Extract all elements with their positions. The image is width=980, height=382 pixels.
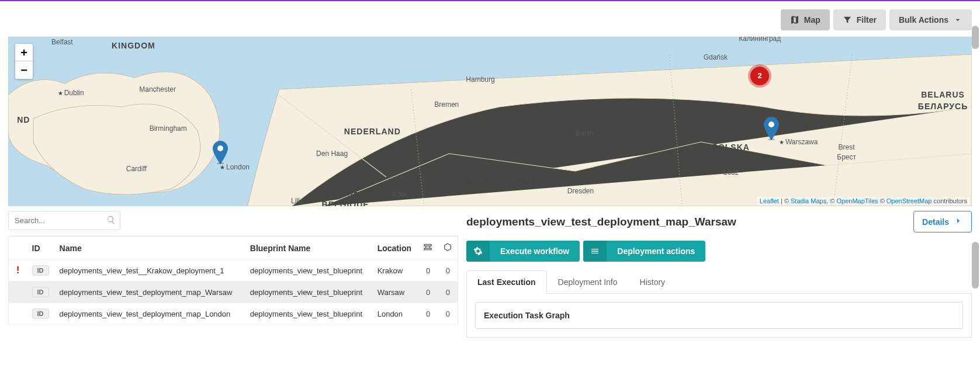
deployment-actions-button[interactable]: Deployment actions xyxy=(583,241,705,262)
map-place-label: БЕЛАРУСЬ xyxy=(918,102,968,111)
alert-icon: ! xyxy=(16,265,19,275)
execute-workflow-button[interactable]: Execute workflow xyxy=(466,241,580,262)
openmaptiles-link[interactable]: OpenMapTiles xyxy=(836,197,878,204)
map-place-label: BELGIË · xyxy=(325,188,365,197)
page-scrollbar[interactable] xyxy=(972,26,979,335)
map-place-label: BELARUS xyxy=(921,90,965,99)
stadia-link[interactable]: Stadia Maps xyxy=(791,197,826,204)
details-button[interactable]: Details xyxy=(913,211,972,232)
deployment-actions-label: Deployment actions xyxy=(607,241,705,262)
map-place-label: Warszawa xyxy=(779,138,818,146)
map-attribution: Leaflet | © Stadia Maps, © OpenMapTiles … xyxy=(757,197,969,205)
zoom-out-button[interactable]: − xyxy=(15,61,33,79)
deployment-map[interactable]: + − BelfastKINGDOMDublinManchesterBirmin… xyxy=(8,37,972,206)
id-badge[interactable]: ID xyxy=(32,265,49,276)
col-name[interactable]: Name xyxy=(55,237,245,260)
col-blueprint[interactable]: Blueprint Name xyxy=(245,237,373,260)
map-cluster-badge[interactable]: 2 xyxy=(750,67,769,85)
map-place-label: NEDERLAND xyxy=(344,127,401,136)
row-status xyxy=(9,303,27,325)
svg-point-2 xyxy=(217,162,224,164)
tab-last-execution[interactable]: Last Execution xyxy=(466,270,547,294)
col-status[interactable] xyxy=(9,237,27,260)
col-location[interactable]: Location xyxy=(373,237,418,260)
osm-link[interactable]: OpenStreetMap xyxy=(886,197,932,204)
svg-point-1 xyxy=(217,145,223,151)
row-services-count: 0 xyxy=(438,282,458,303)
table-row[interactable]: IDdeployments_view_test_deployment_map_W… xyxy=(9,282,458,303)
map-place-label: London xyxy=(220,163,250,171)
search-input[interactable] xyxy=(8,211,120,230)
map-place-label: Den Haag xyxy=(316,150,348,158)
map-toggle-label: Map xyxy=(804,15,820,25)
row-blueprint: deployments_view_test_blueprint xyxy=(245,282,373,303)
map-place-label: Łódź xyxy=(723,168,739,176)
row-id: ID xyxy=(27,282,55,303)
map-place-label: Cardiff xyxy=(126,165,147,173)
map-toggle-button[interactable]: Map xyxy=(781,9,830,30)
details-button-label: Details xyxy=(922,217,949,227)
filter-icon xyxy=(843,15,852,25)
search-icon xyxy=(106,215,116,226)
id-badge[interactable]: ID xyxy=(32,308,49,319)
row-location: London xyxy=(373,303,418,325)
map-place-label: ND xyxy=(17,115,30,124)
map-place-label: Hamburg xyxy=(466,75,494,84)
map-place-label: DEUTSCHLAND xyxy=(465,176,534,186)
chevron-right-icon xyxy=(954,216,963,227)
search-wrap xyxy=(8,211,120,230)
map-marker-icon[interactable] xyxy=(764,117,779,140)
map-place-label: Birmingham xyxy=(150,124,187,133)
row-subenv-count: 0 xyxy=(418,303,438,325)
task-graph-title: Execution Task Graph xyxy=(484,311,954,320)
deployment-title: deployments_view_test_deployment_map_War… xyxy=(466,216,736,228)
task-graph-panel: Execution Task Graph xyxy=(475,302,963,329)
map-marker-icon[interactable] xyxy=(213,141,228,164)
map-place-label: Köln xyxy=(392,190,406,199)
zoom-control: + − xyxy=(15,44,33,79)
tab-history[interactable]: History xyxy=(629,270,677,294)
tab-deployment-info[interactable]: Deployment Info xyxy=(547,270,629,294)
row-blueprint: deployments_view_test_blueprint xyxy=(245,260,373,282)
leaflet-link[interactable]: Leaflet xyxy=(760,197,779,204)
col-subenv-icon[interactable] xyxy=(418,237,438,260)
map-place-label: Gdańsk xyxy=(704,53,728,61)
detail-tabs: Last Execution Deployment Info History xyxy=(466,270,972,294)
bulk-actions-label: Bulk Actions xyxy=(899,15,948,25)
row-id: ID xyxy=(27,303,55,325)
map-place-label: BELGIQUE xyxy=(322,200,369,206)
bulk-actions-button[interactable]: Bulk Actions xyxy=(889,9,972,30)
row-status: ! xyxy=(9,260,27,282)
col-services-icon[interactable] xyxy=(438,237,458,260)
map-place-label: Брест xyxy=(837,153,856,161)
row-name: deployments_view_test_deployment_map_Lon… xyxy=(55,303,245,325)
map-place-label: Dresden xyxy=(567,187,594,195)
detail-panel: deployments_view_test_deployment_map_War… xyxy=(458,211,972,338)
map-place-label: Bremen xyxy=(434,100,459,109)
table-row[interactable]: !IDdeployments_view_test__Krakow_deploym… xyxy=(9,260,458,282)
row-name: deployments_view_test_deployment_map_War… xyxy=(55,282,245,303)
col-id[interactable]: ID xyxy=(27,237,55,260)
map-place-label: POLSKA xyxy=(712,143,750,152)
zoom-in-button[interactable]: + xyxy=(15,44,33,61)
row-blueprint: deployments_view_test_blueprint xyxy=(245,303,373,325)
deployments-table: ID Name Blueprint Name Location !IDdeplo… xyxy=(8,236,458,325)
table-row[interactable]: IDdeployments_view_test_deployment_map_L… xyxy=(9,303,458,325)
filter-button[interactable]: Filter xyxy=(833,9,886,30)
tab-content: Execution Task Graph xyxy=(466,294,972,338)
map-place-label: Dublin xyxy=(58,89,84,97)
map-place-label: Berlin xyxy=(569,129,594,137)
view-toolbar: Map Filter Bulk Actions xyxy=(8,9,972,37)
map-place-label: Belfast xyxy=(51,38,73,46)
filter-label: Filter xyxy=(857,15,877,25)
execute-workflow-label: Execute workflow xyxy=(490,241,580,262)
row-services-count: 0 xyxy=(438,260,458,282)
map-place-label: Lille xyxy=(291,197,303,205)
map-icon xyxy=(790,15,799,25)
map-place-label: Manchester xyxy=(139,85,176,93)
id-badge[interactable]: ID xyxy=(32,287,49,297)
chevron-down-icon xyxy=(953,15,962,25)
row-status xyxy=(9,282,27,303)
svg-point-3 xyxy=(768,121,774,127)
map-place-label: Brest xyxy=(839,143,855,151)
